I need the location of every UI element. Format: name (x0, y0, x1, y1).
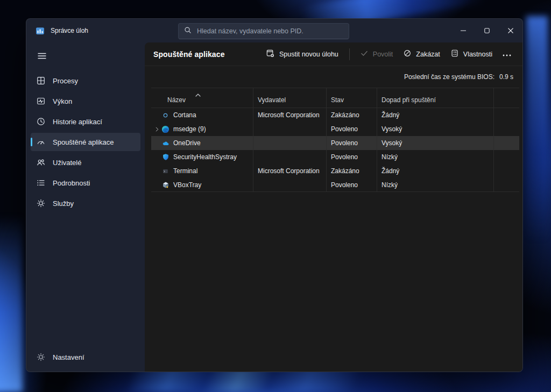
sidebar: Procesy Výkon Historie aplikací Spouštěn… (26, 42, 145, 372)
properties-icon (451, 49, 458, 59)
window-title: Správce úloh (51, 27, 88, 34)
table-row-onedrive[interactable]: OneDrive Povoleno Vysoký (151, 136, 519, 150)
page-title: Spouštěné aplikace (153, 50, 225, 59)
sidebar-item-services[interactable]: Služby (31, 194, 140, 212)
close-button[interactable] (499, 19, 522, 42)
disable-button[interactable]: Zakázat (398, 46, 445, 62)
table-row-vboxtray[interactable]: VBoxTray Povoleno Nízký (151, 178, 519, 192)
sidebar-item-label: Historie aplikací (53, 118, 102, 126)
run-new-task-button[interactable]: Spustit novou úlohu (261, 46, 344, 62)
wallpaper-ribbon (0, 215, 23, 392)
app-identity: Správce úloh (26, 26, 88, 35)
run-new-task-label: Spustit novou úlohu (279, 51, 338, 58)
ellipsis-icon (503, 51, 511, 58)
sidebar-item-details[interactable]: Podrobnosti (31, 174, 140, 192)
main-panel: Spouštěné aplikace Spustit novou úlohu P… (145, 42, 522, 372)
column-header-publisher[interactable]: Vydavatel (253, 88, 327, 108)
search-icon (184, 26, 192, 36)
sidebar-item-label: Procesy (53, 77, 78, 85)
expand-chevron-icon[interactable] (153, 127, 160, 132)
properties-button[interactable]: Vlastnosti (446, 46, 498, 62)
enable-button[interactable]: Povolit (355, 46, 399, 62)
titlebar[interactable]: Správce úloh (26, 19, 522, 42)
settings-gear-icon (37, 353, 45, 361)
search-input[interactable] (197, 27, 343, 35)
performance-icon (37, 97, 45, 105)
wallpaper-ribbon (526, 16, 548, 242)
shield-icon (161, 153, 169, 161)
task-manager-icon (36, 26, 45, 35)
sidebar-item-performance[interactable]: Výkon (31, 92, 140, 110)
sidebar-item-users[interactable]: Uživatelé (31, 153, 140, 172)
table-row-msedge[interactable]: msedge (9) Povoleno Vysoký (151, 122, 519, 136)
table-row-cortana[interactable]: Cortana Microsoft Corporation Zakázáno Ž… (151, 108, 519, 122)
details-icon (37, 179, 45, 187)
table-row-terminal[interactable]: Terminal Microsoft Corporation Zakázáno … (151, 164, 519, 178)
terminal-icon (161, 167, 169, 175)
check-icon (361, 49, 368, 59)
search-box[interactable] (178, 23, 349, 39)
sidebar-item-label: Služby (53, 199, 74, 208)
disable-label: Zakázat (416, 51, 440, 58)
bios-status: Poslední čas ze systému BIOS: 0.9 s (145, 66, 522, 88)
more-options-button[interactable] (498, 47, 516, 61)
enable-label: Povolit (373, 51, 393, 58)
sidebar-item-app-history[interactable]: Historie aplikací (31, 112, 140, 131)
users-icon (37, 158, 45, 167)
sort-ascending-icon (195, 91, 201, 98)
column-header-impact[interactable]: Dopad při spuštění (377, 88, 494, 108)
app-history-icon (37, 117, 45, 126)
bios-status-value: 0.9 s (499, 73, 513, 81)
new-task-icon (266, 49, 274, 59)
hamburger-icon (38, 52, 46, 61)
sidebar-item-startup-apps[interactable]: Spouštěné aplikace (31, 133, 140, 151)
task-manager-window: Správce úloh (26, 18, 523, 372)
bios-status-label: Poslední čas ze systému BIOS: (404, 73, 495, 81)
vbox-icon (161, 181, 169, 189)
properties-label: Vlastnosti (463, 51, 492, 58)
maximize-button[interactable] (475, 19, 499, 42)
cortana-icon (161, 111, 169, 119)
column-header-name[interactable]: Název (151, 88, 253, 108)
onedrive-icon (161, 139, 169, 147)
sidebar-item-label: Výkon (53, 97, 72, 105)
column-header-filler (494, 88, 519, 108)
startup-apps-table: Název Vydavatel Stav Dopad při spuštění (151, 88, 519, 192)
sidebar-item-label: Spouštěné aplikace (53, 138, 114, 146)
startup-apps-icon (37, 138, 45, 146)
toolbar-separator (349, 48, 350, 60)
minimize-button[interactable] (451, 19, 475, 42)
sidebar-item-processes[interactable]: Procesy (31, 72, 140, 90)
edge-icon (161, 125, 169, 133)
toolbar: Spouštěné aplikace Spustit novou úlohu P… (145, 42, 522, 66)
table-header: Název Vydavatel Stav Dopad při spuštění (151, 88, 519, 108)
column-header-status[interactable]: Stav (327, 88, 377, 108)
settings-label: Nastavení (53, 353, 84, 361)
processes-icon (37, 76, 45, 85)
navigation-menu-button[interactable] (32, 48, 52, 65)
services-icon (37, 199, 45, 208)
window-controls (451, 19, 522, 42)
sidebar-item-label: Uživatelé (53, 159, 81, 167)
block-icon (404, 49, 411, 59)
sidebar-item-settings[interactable]: Nastavení (31, 348, 140, 366)
sidebar-item-label: Podrobnosti (53, 179, 90, 187)
table-row-securityhealthsystray[interactable]: SecurityHealthSystray Povoleno Nízký (151, 150, 519, 164)
